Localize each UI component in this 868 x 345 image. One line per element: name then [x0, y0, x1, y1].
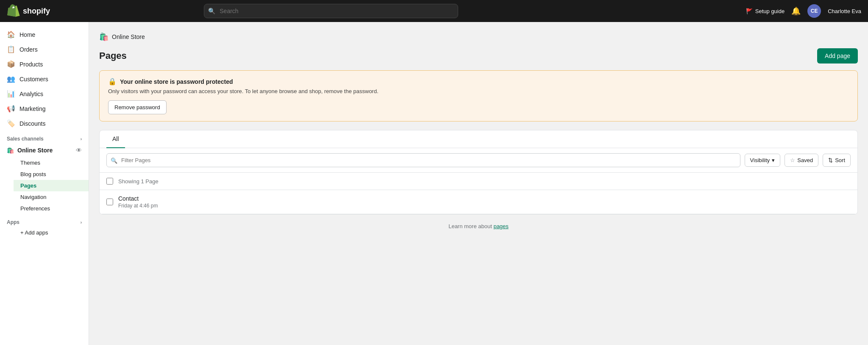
lock-icon: 🔒 [108, 77, 117, 86]
topnav-right: 🚩 Setup guide 🔔 CE Charlotte Eva [746, 4, 861, 18]
top-navigation: shopify 🔍 🚩 Setup guide 🔔 CE Charlotte E… [0, 0, 868, 22]
online-store-label: Online Store [17, 147, 53, 154]
banner-title-text: Your online store is password protected [120, 78, 233, 85]
add-page-button[interactable]: Add page [817, 48, 858, 63]
online-store-row[interactable]: 🛍️ Online Store 👁 [0, 144, 89, 157]
sidebar-item-discounts[interactable]: 🏷️ Discounts [0, 116, 89, 131]
star-icon: ☆ [790, 157, 795, 163]
search-container: 🔍 [204, 4, 458, 18]
store-breadcrumb-icon: 🛍️ [99, 32, 108, 41]
search-input[interactable] [204, 4, 458, 18]
main-content: 🛍️ Online Store Pages Add page 🔒 Your on… [89, 22, 868, 345]
card-toolbar: 🔍 Visibility ▾ ☆ Saved ⇅ Sort [100, 148, 857, 173]
avatar: CE [807, 4, 821, 18]
page-date-0: Friday at 4:46 pm [118, 203, 158, 209]
sort-icon: ⇅ [828, 157, 833, 163]
eye-icon[interactable]: 👁 [76, 147, 82, 154]
sidebar-subitem-themes[interactable]: Themes [14, 157, 89, 168]
page-name-0: Contact [118, 195, 158, 202]
setup-guide-button[interactable]: 🚩 Setup guide [746, 8, 785, 14]
password-banner: 🔒 Your online store is password protecte… [99, 70, 858, 121]
sidebar-subitem-label-pages: Pages [20, 182, 36, 189]
remove-password-button[interactable]: Remove password [108, 100, 167, 114]
sales-channels-section: Sales channels › [0, 131, 89, 144]
sidebar-item-label-discounts: Discounts [19, 120, 45, 127]
notification-button[interactable]: 🔔 [791, 6, 801, 16]
sidebar-subitem-label-blog-posts: Blog posts [20, 171, 46, 177]
sidebar-item-customers[interactable]: 👥 Customers [0, 72, 89, 86]
sales-channels-label: Sales channels [7, 136, 44, 142]
sidebar-item-products[interactable]: 📦 Products [0, 57, 89, 72]
sidebar-subitem-pages[interactable]: Pages [14, 180, 89, 191]
filter-search-icon: 🔍 [111, 157, 117, 163]
sidebar-item-analytics[interactable]: 📊 Analytics [0, 86, 89, 101]
store-breadcrumb-name: Online Store [112, 33, 145, 40]
select-all-checkbox[interactable] [106, 178, 113, 185]
pages-link[interactable]: pages [493, 223, 508, 229]
sidebar-item-label-products: Products [19, 61, 43, 68]
table-row[interactable]: Contact Friday at 4:46 pm [100, 190, 857, 214]
page-row-info-0: Contact Friday at 4:46 pm [118, 195, 158, 209]
sidebar-item-label-home: Home [19, 31, 35, 38]
table-info-row: Showing 1 Page [100, 173, 857, 190]
filter-search-wrap: 🔍 [106, 153, 740, 167]
page-footer: Learn more about pages [99, 215, 858, 238]
sidebar-item-home[interactable]: 🏠 Home [0, 27, 89, 42]
filter-pages-input[interactable] [106, 153, 740, 167]
products-icon: 📦 [7, 60, 15, 68]
sidebar-subitem-label-themes: Themes [20, 160, 40, 166]
showing-count-label: Showing 1 Page [118, 178, 159, 185]
sidebar: 🏠 Home📋 Orders📦 Products👥 Customers📊 Ana… [0, 22, 89, 345]
title-row: Pages Add page [99, 48, 858, 63]
tab-all[interactable]: All [106, 130, 125, 148]
sidebar-subitem-navigation[interactable]: Navigation [14, 191, 89, 203]
sidebar-subitem-label-navigation: Navigation [20, 194, 46, 200]
sidebar-item-label-analytics: Analytics [19, 91, 43, 97]
apps-chevron[interactable]: › [81, 220, 82, 225]
marketing-icon: 📢 [7, 105, 15, 113]
sidebar-item-label-orders: Orders [19, 46, 38, 53]
sidebar-subitem-label-preferences: Preferences [20, 205, 50, 212]
pages-card: All 🔍 Visibility ▾ ☆ Saved ⇅ Sort [99, 130, 858, 215]
visibility-button[interactable]: Visibility ▾ [745, 154, 781, 167]
orders-icon: 📋 [7, 45, 15, 53]
tabs-container: All [100, 130, 857, 148]
bell-icon: 🔔 [791, 7, 801, 15]
saved-label: Saved [797, 157, 813, 163]
page-title: Pages [99, 50, 127, 61]
apps-section: Apps › [0, 214, 89, 227]
search-icon: 🔍 [208, 8, 215, 14]
add-apps-item[interactable]: + Add apps [14, 227, 89, 238]
sidebar-item-marketing[interactable]: 📢 Marketing [0, 101, 89, 116]
sort-label: Sort [835, 157, 845, 163]
visibility-chevron-icon: ▾ [772, 157, 775, 163]
banner-description: Only visitors with your password can acc… [108, 88, 849, 94]
breadcrumb: 🛍️ Online Store [99, 32, 858, 41]
sidebar-item-label-marketing: Marketing [19, 105, 45, 112]
logo-text: shopify [23, 7, 50, 16]
sidebar-item-label-customers: Customers [19, 76, 48, 83]
sidebar-subitem-preferences[interactable]: Preferences [14, 203, 89, 214]
home-icon: 🏠 [7, 30, 15, 39]
discounts-icon: 🏷️ [7, 119, 15, 127]
apps-label: Apps [7, 219, 19, 225]
username-label: Charlotte Eva [828, 8, 861, 14]
online-store-icon: 🛍️ [7, 147, 14, 154]
add-apps-label: + Add apps [20, 229, 48, 236]
analytics-icon: 📊 [7, 90, 15, 98]
shopify-logo: shopify [7, 4, 58, 18]
flag-icon: 🚩 [746, 8, 753, 14]
sidebar-subitem-blog-posts[interactable]: Blog posts [14, 168, 89, 180]
saved-button[interactable]: ☆ Saved [785, 154, 818, 167]
customers-icon: 👥 [7, 75, 15, 83]
row-checkbox-0[interactable] [106, 199, 113, 205]
sales-channels-chevron[interactable]: › [81, 137, 82, 141]
visibility-label: Visibility [750, 157, 770, 163]
sidebar-item-orders[interactable]: 📋 Orders [0, 42, 89, 57]
learn-more-text: Learn more about [448, 223, 493, 229]
sort-button[interactable]: ⇅ Sort [823, 154, 851, 167]
